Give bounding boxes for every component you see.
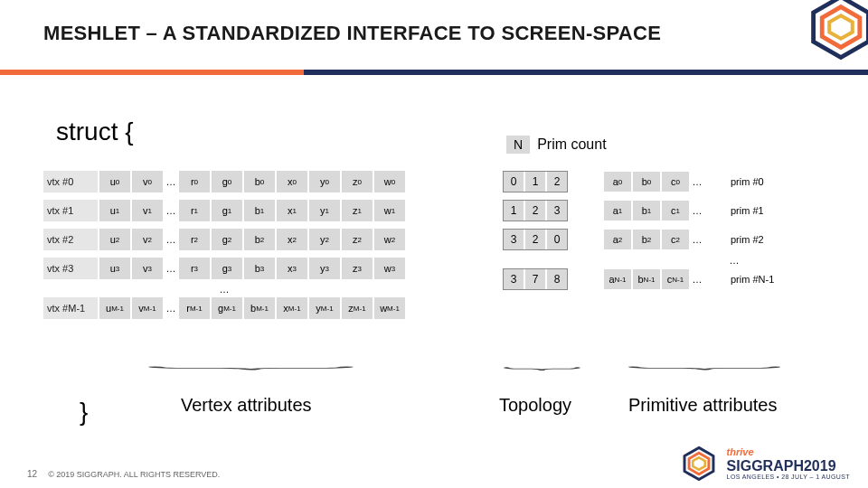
cell: x1 bbox=[277, 200, 307, 221]
cell: g1 bbox=[212, 200, 242, 221]
cell: uM-1 bbox=[99, 297, 130, 319]
cell: wM-1 bbox=[374, 297, 405, 319]
cell: w0 bbox=[374, 171, 405, 192]
cell: a1 bbox=[604, 201, 631, 221]
cell: g0 bbox=[212, 171, 242, 192]
cell: b3 bbox=[244, 258, 275, 279]
svg-marker-5 bbox=[693, 457, 704, 469]
cell: b2 bbox=[244, 229, 275, 250]
cell: u0 bbox=[99, 171, 130, 192]
cell: c2 bbox=[662, 230, 689, 249]
cell: g3 bbox=[212, 258, 242, 279]
brace-icon: ⏟ bbox=[148, 351, 351, 371]
row-label: vtx #0 bbox=[43, 171, 98, 192]
cell: x2 bbox=[277, 229, 307, 250]
table-row: 378aN-1bN-1cN-1…prim #N-1 bbox=[503, 267, 785, 291]
table-row: vtx #0u0v0…r0g0b0x0y0z0w0 bbox=[43, 170, 405, 193]
cell: u2 bbox=[99, 229, 130, 250]
cell: z3 bbox=[342, 258, 373, 279]
cell: r0 bbox=[179, 171, 210, 192]
cell: x3 bbox=[277, 258, 307, 279]
ellipsis: … bbox=[691, 172, 703, 192]
prim-attrs: a1b1c1… bbox=[604, 201, 703, 221]
page-number: 12 bbox=[27, 469, 37, 479]
row-label: prim #N-1 bbox=[731, 274, 785, 285]
table-row: vtx #2u2v2…r2g2b2x2y2z2w2 bbox=[43, 228, 405, 251]
row-label: vtx #3 bbox=[43, 258, 98, 279]
cell: b0 bbox=[244, 171, 275, 192]
topology-indices: 378 bbox=[503, 268, 568, 290]
table-row: vtx #M-1uM-1vM-1…rM-1gM-1bM-1xM-1yM-1zM-… bbox=[43, 296, 405, 320]
footer: 12 © 2019 SIGGRAPH. ALL RIGHTS RESERVED. bbox=[27, 469, 220, 479]
cell: y1 bbox=[309, 200, 340, 221]
corner-hex-logo bbox=[805, 0, 868, 67]
cell: g2 bbox=[212, 229, 242, 250]
divider-bar bbox=[0, 70, 868, 75]
cell: 3 bbox=[504, 269, 524, 289]
cell: 0 bbox=[504, 172, 524, 192]
cell: 2 bbox=[525, 230, 545, 249]
prim-attrs: a0b0c0… bbox=[604, 172, 703, 192]
cell: v0 bbox=[132, 171, 163, 192]
primitive-attributes-label: Primitive attributes bbox=[628, 395, 778, 416]
ellipsis: … bbox=[43, 284, 405, 295]
struct-open: struct { bbox=[56, 117, 134, 146]
siggraph-sub: LOS ANGELES • 28 JULY – 1 AUGUST bbox=[727, 474, 850, 480]
cell: 1 bbox=[525, 172, 545, 192]
brace-icon: ⏟ bbox=[504, 351, 579, 371]
cell: b0 bbox=[633, 172, 660, 192]
table-row: vtx #3u3v3…r3g3b3x3y3z3w3 bbox=[43, 257, 405, 280]
cell: y0 bbox=[309, 171, 340, 192]
cell: z2 bbox=[342, 229, 373, 250]
cell: y2 bbox=[309, 229, 340, 250]
vertex-attributes-label: Vertex attributes bbox=[181, 395, 312, 416]
row-label: prim #2 bbox=[731, 234, 785, 245]
cell: xM-1 bbox=[277, 297, 307, 319]
table-row: 012a0b0c0…prim #0 bbox=[503, 170, 785, 193]
cell: … bbox=[165, 258, 177, 279]
n-box: N bbox=[506, 136, 530, 154]
brace-icon: ⏟ bbox=[628, 351, 778, 371]
cell: r3 bbox=[179, 258, 210, 279]
cell: vM-1 bbox=[132, 297, 163, 319]
topology-indices: 012 bbox=[503, 171, 568, 192]
row-label: vtx #M-1 bbox=[43, 297, 98, 319]
page-title: MESHLET – A STANDARDIZED INTERFACE TO SC… bbox=[43, 22, 661, 45]
cell: rM-1 bbox=[179, 297, 210, 319]
row-label: prim #1 bbox=[731, 205, 785, 216]
cell: c1 bbox=[662, 201, 689, 221]
table-row: vtx #1u1v1…r1g1b1x1y1z1w1 bbox=[43, 199, 405, 222]
cell: … bbox=[165, 297, 177, 319]
cell: w1 bbox=[374, 200, 405, 221]
prim-count-header: N Prim count bbox=[506, 136, 607, 154]
cell: b1 bbox=[633, 201, 660, 221]
vertex-attribute-table: vtx #0u0v0…r0g0b0x0y0z0w0vtx #1u1v1…r1g1… bbox=[43, 170, 405, 325]
cell: a0 bbox=[604, 172, 631, 192]
cell: v2 bbox=[132, 229, 163, 250]
cell: aN-1 bbox=[604, 269, 631, 289]
siggraph-logo: thrive SIGGRAPH2019 LOS ANGELES • 28 JUL… bbox=[680, 445, 850, 483]
cell: 3 bbox=[504, 230, 524, 249]
cell: 0 bbox=[547, 230, 567, 249]
cell: gM-1 bbox=[212, 297, 242, 319]
cell: z0 bbox=[342, 171, 373, 192]
cell: w2 bbox=[374, 229, 405, 250]
cell: u1 bbox=[99, 200, 130, 221]
cell: y3 bbox=[309, 258, 340, 279]
cell: cN-1 bbox=[662, 269, 689, 289]
cell: b2 bbox=[633, 230, 660, 249]
prim-attrs: aN-1bN-1cN-1… bbox=[604, 269, 703, 289]
prim-count-label: Prim count bbox=[537, 136, 606, 153]
cell: … bbox=[165, 171, 177, 192]
ellipsis: … bbox=[684, 255, 785, 266]
ellipsis: … bbox=[691, 269, 703, 289]
topology-indices: 123 bbox=[503, 200, 568, 221]
cell: b1 bbox=[244, 200, 275, 221]
ellipsis: … bbox=[691, 201, 703, 221]
prim-attrs: a2b2c2… bbox=[604, 230, 703, 249]
topology-label: Topology bbox=[499, 395, 571, 416]
siggraph-name: SIGGRAPH2019 bbox=[727, 459, 850, 474]
cell: v1 bbox=[132, 200, 163, 221]
cell: … bbox=[165, 229, 177, 250]
cell: … bbox=[165, 200, 177, 221]
